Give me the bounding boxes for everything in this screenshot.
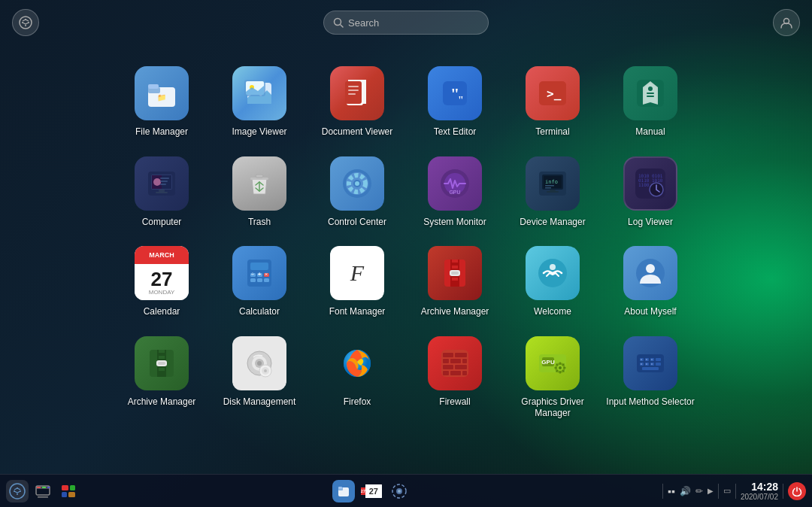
- svg-rect-45: [160, 184, 166, 185]
- svg-rect-104: [159, 350, 165, 353]
- taskbar-pin-settings[interactable]: [388, 480, 411, 502]
- app-firefox[interactable]: Firefox: [308, 330, 406, 426]
- app-terminal[interactable]: >_ Terminal: [504, 60, 601, 144]
- app-control-center[interactable]: Control Center: [308, 150, 406, 235]
- taskbar-app-menu[interactable]: [6, 480, 29, 502]
- taskbar-left: [0, 480, 86, 502]
- input-method-selector-label: Input Method Selector: [606, 396, 694, 408]
- calculator-icon: + ÷ ×: [232, 246, 286, 300]
- svg-rect-81: [264, 278, 269, 282]
- app-file-manager[interactable]: 📁 File Manager: [113, 60, 211, 144]
- app-disk-management[interactable]: Disk Management: [211, 330, 308, 426]
- app-device-manager[interactable]: info Device Manager: [504, 150, 601, 235]
- power-button[interactable]: [788, 482, 806, 500]
- welcome-icon: [526, 246, 580, 300]
- app-input-method-selector[interactable]: Input Method Selector: [601, 330, 699, 426]
- graphics-driver-manager-icon: GPU: [526, 336, 580, 390]
- file-manager-label: File Manager: [135, 126, 188, 138]
- svg-rect-63: [545, 187, 551, 189]
- app-computer[interactable]: Computer: [113, 150, 211, 235]
- app-calculator[interactable]: + ÷ × Calculator: [211, 240, 308, 324]
- svg-rect-110: [159, 368, 165, 371]
- app-about-myself[interactable]: About Myself: [601, 240, 699, 324]
- app-welcome[interactable]: Welcome: [504, 240, 601, 324]
- computer-label: Computer: [142, 217, 182, 229]
- app-manual[interactable]: Manual: [601, 60, 699, 144]
- app-firewall[interactable]: Firewall: [406, 330, 504, 426]
- svg-point-155: [651, 363, 653, 365]
- svg-rect-128: [462, 359, 467, 363]
- app-log-viewer[interactable]: 1010 0110 1100 0101 1010 Log Viewer: [601, 150, 699, 235]
- text-editor-icon: " ": [428, 66, 482, 120]
- svg-rect-165: [42, 487, 46, 488]
- user-button[interactable]: [773, 9, 800, 36]
- disk-management-icon: [232, 336, 286, 390]
- image-viewer-label: Image Viewer: [232, 126, 286, 138]
- svg-rect-36: [647, 96, 654, 97]
- svg-point-117: [257, 361, 262, 366]
- svg-rect-46: [159, 190, 165, 192]
- input-method-selector-icon: [623, 336, 677, 390]
- svg-rect-168: [70, 485, 75, 490]
- svg-point-42: [153, 178, 161, 186]
- svg-rect-43: [160, 178, 169, 179]
- app-system-monitor[interactable]: GPU System Monitor: [406, 150, 504, 235]
- document-viewer-icon: [330, 66, 384, 120]
- app-image-viewer[interactable]: Image Viewer: [211, 60, 308, 144]
- svg-text:GPU: GPU: [541, 359, 555, 366]
- svg-rect-9: [148, 84, 159, 89]
- svg-rect-89: [452, 263, 458, 266]
- svg-point-151: [646, 359, 647, 360]
- taskbar-divider-3: [735, 484, 736, 499]
- menu-button[interactable]: [12, 9, 39, 36]
- svg-rect-167: [62, 485, 68, 490]
- app-graphics-driver-manager[interactable]: GPU Graphics Driver Manager: [504, 330, 601, 426]
- svg-rect-132: [450, 371, 461, 375]
- app-trash[interactable]: Trash: [211, 150, 308, 235]
- control-center-label: Control Center: [328, 217, 386, 229]
- svg-rect-35: [647, 93, 654, 94]
- app-row-3: MARCH 27 MONDAY Calendar: [113, 240, 699, 324]
- system-monitor-icon: GPU: [428, 156, 482, 211]
- search-bar[interactable]: Search: [323, 11, 489, 35]
- taskbar-divider-2: [718, 484, 719, 499]
- about-myself-icon: [623, 246, 677, 300]
- svg-rect-105: [159, 353, 165, 356]
- svg-rect-130: [455, 365, 467, 369]
- archive-manager-label: Archive Manager: [128, 396, 196, 408]
- taskbar-clock: 14:28 2020/07/02: [741, 481, 778, 501]
- svg-point-5: [335, 19, 341, 26]
- topbar: Search: [0, 0, 812, 45]
- taskbar-pin-calendar[interactable]: 27 27: [361, 481, 382, 502]
- svg-point-3: [25, 19, 26, 20]
- svg-rect-106: [159, 356, 165, 359]
- svg-text:": ": [458, 95, 464, 106]
- taskbar-pin-file-manager[interactable]: [332, 480, 355, 502]
- file-manager-icon: 📁: [135, 66, 189, 120]
- svg-rect-90: [452, 266, 458, 269]
- trash-label: Trash: [248, 217, 271, 229]
- svg-rect-88: [452, 260, 458, 263]
- taskbar-show-desktop[interactable]: [32, 480, 54, 502]
- firefox-icon: [330, 336, 384, 390]
- svg-rect-144: [656, 358, 661, 361]
- app-document-viewer[interactable]: Document Viewer: [308, 60, 406, 144]
- app-text-editor[interactable]: " " Text Editor: [406, 60, 504, 144]
- welcome-label: Welcome: [534, 306, 571, 318]
- svg-rect-170: [68, 492, 75, 497]
- app-archive-manager[interactable]: Archive Manager: [113, 330, 211, 426]
- app-calendar[interactable]: MARCH 27 MONDAY Calendar: [113, 240, 211, 324]
- app-font-manager[interactable]: F Font Manager: [308, 240, 406, 324]
- svg-rect-97: [451, 272, 459, 275]
- svg-rect-111: [159, 371, 165, 374]
- image-viewer-icon: [232, 66, 286, 120]
- svg-rect-127: [450, 359, 461, 363]
- svg-point-120: [264, 369, 267, 372]
- app-archive-manager-2[interactable]: Archive Manager: [406, 240, 504, 324]
- firefox-label: Firefox: [344, 396, 371, 408]
- taskbar-multitask[interactable]: [57, 480, 80, 502]
- terminal-icon: >_: [526, 66, 580, 120]
- topbar-left: [12, 9, 39, 36]
- svg-rect-124: [443, 353, 453, 357]
- app-grid: 📁 File Manager Image Viewer: [0, 53, 812, 433]
